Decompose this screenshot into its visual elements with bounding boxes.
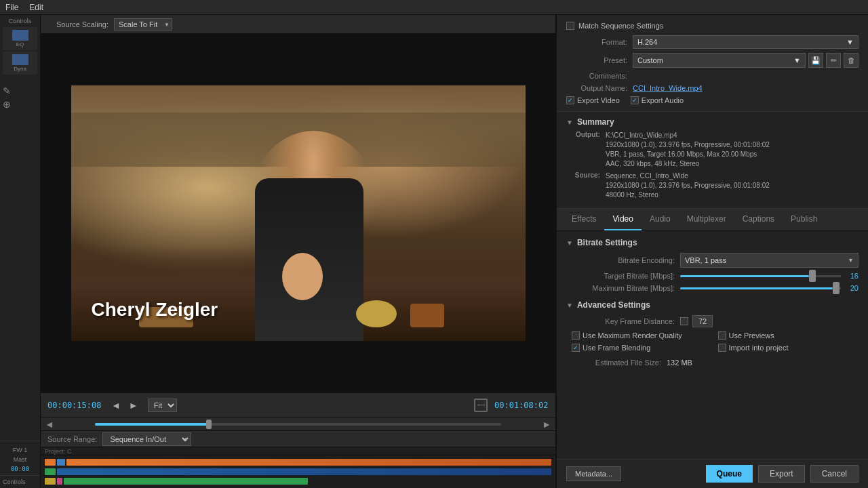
- timeline-controls: 00:00:15:08 ◄ ► Fit ⟺ 00:01:08:02: [41, 392, 555, 417]
- keyframe-row: Key Frame Distance: 72: [566, 315, 859, 327]
- source-scaling-select-wrapper[interactable]: Scale To Fit: [114, 18, 172, 30]
- preset-value: Custom: [637, 56, 663, 64]
- target-bitrate-track[interactable]: [680, 275, 841, 277]
- advanced-options-grid: Use Maximum Render Quality Use Previews …: [572, 331, 859, 352]
- import-project-checkbox[interactable]: [718, 344, 726, 352]
- queue-button[interactable]: Queue: [706, 465, 753, 483]
- scrubber-right-end[interactable]: ►: [542, 419, 551, 430]
- person-name-overlay: Cheryl Zeigler: [92, 299, 218, 321]
- format-dropdown[interactable]: H.264 ▼: [633, 35, 859, 49]
- delete-preset-button[interactable]: 🗑: [844, 53, 859, 68]
- export-video-check[interactable]: Export Video: [566, 96, 620, 104]
- comments-row: Comments:: [566, 72, 859, 80]
- next-frame-button[interactable]: ►: [126, 399, 141, 412]
- eq-effect[interactable]: EQ: [3, 27, 37, 50]
- source-range-select[interactable]: Sequence In/Out: [102, 432, 191, 446]
- tab-multiplexer[interactable]: Multiplexer: [679, 209, 734, 230]
- preset-controls: Custom ▼ 💾 ✏ 🗑: [633, 53, 859, 68]
- food-item-2: [356, 300, 397, 327]
- fit-select[interactable]: Fit: [148, 399, 177, 412]
- file-size-value: 132 MB: [667, 359, 692, 367]
- tool-2[interactable]: ⊕: [3, 99, 37, 110]
- frame-blending-check[interactable]: Use Frame Blending: [572, 344, 713, 352]
- target-bitrate-thumb[interactable]: [809, 270, 816, 282]
- source-range-bar: Source Range: Sequence In/Out: [41, 430, 555, 447]
- bitrate-encoding-arrow-icon: ▼: [848, 257, 854, 264]
- menu-edit[interactable]: Edit: [29, 3, 43, 12]
- tab-captions[interactable]: Captions: [734, 209, 783, 230]
- tab-publish[interactable]: Publish: [783, 209, 825, 230]
- video-settings-scroll[interactable]: ▼ Bitrate Settings Bitrate Encoding: VBR…: [557, 231, 868, 459]
- eq-label: EQ: [16, 41, 24, 47]
- metadata-button[interactable]: Metadata...: [566, 466, 621, 481]
- source-scaling-select[interactable]: Scale To Fit: [114, 18, 172, 30]
- summary-source-row: Source: Sequence, CCI_Intro_Wide 1920x10…: [566, 171, 859, 200]
- output-name-link[interactable]: CCI_Intro_Wide.mp4: [633, 84, 703, 92]
- import-project-check[interactable]: Import into project: [718, 344, 859, 352]
- export-video-label: Export Video: [577, 96, 620, 104]
- advanced-section-header[interactable]: ▼ Advanced Settings: [566, 300, 859, 310]
- prev-frame-button[interactable]: ◄: [108, 399, 123, 412]
- export-audio-label: Export Audio: [642, 96, 684, 104]
- tool-1[interactable]: ✎: [3, 85, 37, 96]
- max-render-quality-check[interactable]: Use Maximum Render Quality: [572, 331, 713, 340]
- aspect-lock-button[interactable]: ⟺: [474, 399, 488, 412]
- frame-blending-checkbox[interactable]: [572, 344, 580, 352]
- export-button[interactable]: Export: [758, 465, 805, 483]
- max-bitrate-track[interactable]: [680, 287, 841, 289]
- summary-header[interactable]: ▼ Summary: [566, 117, 859, 127]
- scrubber-left-end[interactable]: ◄: [45, 419, 54, 430]
- video-frame: Cheryl Zeigler: [71, 85, 526, 341]
- tab-effects[interactable]: Effects: [564, 209, 604, 230]
- tl-block-2: [57, 459, 65, 466]
- keyframe-checkbox[interactable]: [680, 317, 688, 325]
- output-name-label: Output Name:: [566, 84, 627, 92]
- scrubber-area[interactable]: ◄ ►: [41, 417, 555, 430]
- keyframe-value[interactable]: 72: [692, 315, 713, 327]
- source-range-select-wrapper[interactable]: Sequence In/Out: [102, 432, 191, 446]
- tl-block-3: [45, 468, 56, 475]
- output-name-row: Output Name: CCI_Intro_Wide.mp4: [566, 84, 859, 92]
- match-sequence-checkbox[interactable]: [566, 22, 574, 30]
- scrubber-handle[interactable]: [206, 420, 212, 429]
- save-preset-button[interactable]: 💾: [808, 53, 823, 68]
- max-bitrate-thumb[interactable]: [833, 282, 840, 294]
- dyna-icon: [12, 54, 28, 65]
- top-menu-bar: File Edit: [0, 0, 868, 15]
- project-label: Controls: [3, 479, 37, 485]
- comments-label: Comments:: [566, 72, 627, 80]
- export-audio-check[interactable]: Export Audio: [631, 96, 684, 104]
- summary-source-details2: 48000 Hz, Stereo: [606, 190, 770, 200]
- bitrate-encoding-label: Bitrate Encoding:: [566, 256, 675, 264]
- tab-video[interactable]: Video: [604, 209, 641, 230]
- food-item-3: [410, 304, 444, 327]
- edit-preset-button[interactable]: ✏: [826, 53, 841, 68]
- import-project-label: Import into project: [729, 344, 789, 352]
- bitrate-section-header[interactable]: ▼ Bitrate Settings: [566, 238, 859, 247]
- summary-output-details3: AAC, 320 kbps, 48 kHz, Stereo: [606, 159, 770, 169]
- export-options-row: Export Video Export Audio: [566, 96, 859, 104]
- tab-audio[interactable]: Audio: [642, 209, 679, 230]
- format-label: Format:: [566, 38, 627, 46]
- export-audio-checkbox[interactable]: [631, 96, 639, 104]
- target-bitrate-fill: [680, 275, 809, 277]
- use-previews-checkbox[interactable]: [718, 331, 726, 340]
- cancel-button[interactable]: Cancel: [810, 465, 859, 483]
- preset-dropdown[interactable]: Custom ▼: [633, 53, 806, 68]
- project-mini-bar: Project: C: [41, 447, 555, 455]
- menu-file[interactable]: File: [5, 3, 18, 12]
- person-head: [282, 253, 323, 300]
- match-sequence-label: Match Sequence Settings: [578, 22, 663, 30]
- summary-source-details1: 1920x1080 (1.0), 23.976 fps, Progressive…: [606, 181, 770, 190]
- source-scaling-bar: Source Scaling: Scale To Fit: [41, 15, 555, 34]
- max-render-quality-checkbox[interactable]: [572, 331, 580, 340]
- timeline-row-3: [45, 477, 551, 485]
- timeline-row-1: [45, 458, 551, 466]
- dyna-effect[interactable]: Dyna: [3, 52, 37, 75]
- use-previews-check[interactable]: Use Previews: [718, 331, 859, 340]
- use-previews-label: Use Previews: [729, 331, 774, 340]
- export-video-checkbox[interactable]: [566, 96, 574, 104]
- play-controls: ◄ ►: [108, 399, 141, 412]
- format-arrow-icon: ▼: [846, 38, 854, 46]
- bitrate-encoding-dropdown[interactable]: VBR, 1 pass ▼: [680, 253, 859, 268]
